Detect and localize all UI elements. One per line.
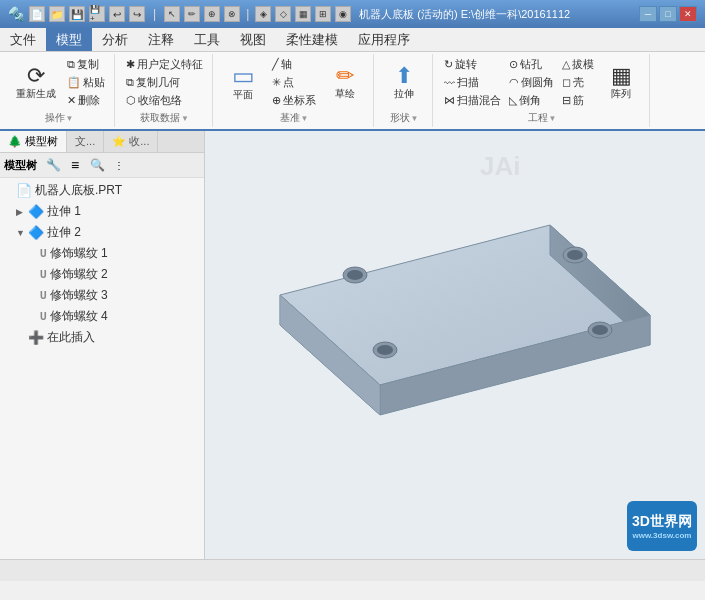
copy-geo-button[interactable]: ⧉ 复制几何 [123, 74, 206, 91]
logo-3d-main: 3D世界网 [632, 513, 692, 531]
menu-tools[interactable]: 工具 [184, 28, 230, 51]
pattern-button[interactable]: ▦ 阵列 [599, 61, 643, 105]
sketch-button[interactable]: ✏ 草绘 [323, 61, 367, 105]
menu-view[interactable]: 视图 [230, 28, 276, 51]
extrude-label: 拉伸 [394, 87, 414, 101]
rib-button[interactable]: ⊟ 筋 [559, 92, 597, 109]
plane-button[interactable]: ▭ 平面 [221, 60, 265, 106]
tree-extrude2-label: 拉伸 2 [47, 224, 81, 241]
status-bar [0, 559, 705, 581]
select-icon[interactable]: ↖ [164, 6, 180, 22]
menu-file[interactable]: 文件 [0, 28, 46, 51]
tab-model-tree[interactable]: 🌲 模型树 [0, 131, 67, 152]
viewport[interactable]: JAi [205, 131, 705, 559]
tool2-icon[interactable]: ⊗ [224, 6, 240, 22]
tree-search-button[interactable]: 🔍 [87, 155, 107, 175]
tree-extrude2[interactable]: ▼ 🔷 拉伸 2 [0, 222, 204, 243]
undo-icon[interactable]: ↩ [109, 6, 125, 22]
menu-model[interactable]: 模型 [46, 28, 92, 51]
tree-thread3[interactable]: U 修饰螺纹 3 [0, 285, 204, 306]
left-panel: 🌲 模型树 文... ⭐ 收... 模型树 🔧 ≡ 🔍 ⋮ 📄 机器人底板.PR… [0, 131, 205, 559]
tree-toolbar: 模型树 🔧 ≡ 🔍 ⋮ [0, 153, 204, 178]
coord-button[interactable]: ⊕ 坐标系 [269, 92, 319, 109]
sketch-icon[interactable]: ✏ [184, 6, 200, 22]
tree-thread2[interactable]: U 修饰螺纹 2 [0, 264, 204, 285]
tab-files[interactable]: 文... [67, 131, 104, 152]
collect-icon: ⭐ [112, 135, 126, 147]
plane-icon: ▭ [232, 64, 255, 88]
logo-3d-sub: www.3dsw.com [633, 531, 692, 540]
ribbon-content: ⟳ 重新生成 ⧉ 复制 📋 粘贴 ✕ 删除 操作 ✱ 用户定义特征 ⧉ 复制几何 [0, 52, 705, 129]
tree-root[interactable]: 📄 机器人底板.PRT [0, 180, 204, 201]
getdata-label: 获取数据 [140, 111, 189, 125]
menu-annotation[interactable]: 注释 [138, 28, 184, 51]
hole-button[interactable]: ⊙ 钻孔 [506, 56, 557, 73]
tree-extra-button[interactable]: ⋮ [109, 155, 129, 175]
tree-thread1[interactable]: U 修饰螺纹 1 [0, 243, 204, 264]
operations-label: 操作 [45, 111, 74, 125]
datum-label: 基准 [280, 111, 309, 125]
round-button[interactable]: ◠ 倒圆角 [506, 74, 557, 91]
open-icon[interactable]: 📁 [49, 6, 65, 22]
save-icon[interactable]: 💾 [69, 6, 85, 22]
menu-apps[interactable]: 应用程序 [348, 28, 420, 51]
datum-label-wrap: 基准 [280, 111, 309, 125]
point-icon: ✳ [272, 76, 281, 89]
revolve-button[interactable]: ↻ 旋转 [441, 56, 504, 73]
sweep-blend-button[interactable]: ⋈ 扫描混合 [441, 92, 504, 109]
sketch-draw-icon: ✏ [336, 65, 354, 87]
delete-button[interactable]: ✕ 删除 [64, 92, 108, 109]
rib-icon: ⊟ [562, 94, 571, 107]
tool1-icon[interactable]: ⊕ [204, 6, 220, 22]
copy-button[interactable]: ⧉ 复制 [64, 56, 108, 73]
shrink-wrap-button[interactable]: ⬡ 收缩包络 [123, 92, 206, 109]
shell-button[interactable]: ◻ 壳 [559, 74, 597, 91]
axis-button[interactable]: ╱ 轴 [269, 56, 319, 73]
maximize-button[interactable]: □ [659, 6, 677, 22]
svg-point-6 [347, 270, 363, 280]
menu-analysis[interactable]: 分析 [92, 28, 138, 51]
save-copy-icon[interactable]: 💾+ [89, 6, 105, 22]
view2-icon[interactable]: ◇ [275, 6, 291, 22]
model-tree: 📄 机器人底板.PRT ▶ 🔷 拉伸 1 ▼ 🔷 拉伸 2 U 修饰螺纹 1 U [0, 178, 204, 559]
operations-content: ⟳ 重新生成 ⧉ 复制 📋 粘贴 ✕ 删除 [10, 56, 108, 109]
extrude-button[interactable]: ⬆ 拉伸 [382, 61, 426, 105]
tree-thread2-label: 修饰螺纹 2 [50, 266, 108, 283]
sweep-button[interactable]: 〰 扫描 [441, 74, 504, 91]
close-button[interactable]: ✕ [679, 6, 697, 22]
tree-filter-button[interactable]: ≡ [65, 155, 85, 175]
extrude-tree-icon1: 🔷 [28, 204, 44, 219]
point-button[interactable]: ✳ 点 [269, 74, 319, 91]
menu-flexible[interactable]: 柔性建模 [276, 28, 348, 51]
regenerate-button[interactable]: ⟳ 重新生成 [10, 61, 62, 105]
tree-thread4[interactable]: U 修饰螺纹 4 [0, 306, 204, 327]
ribbon-group-getdata: ✱ 用户定义特征 ⧉ 复制几何 ⬡ 收缩包络 获取数据 [117, 54, 213, 127]
view4-icon[interactable]: ⊞ [315, 6, 331, 22]
user-feature-button[interactable]: ✱ 用户定义特征 [123, 56, 206, 73]
tree-settings-button[interactable]: 🔧 [43, 155, 63, 175]
engineering-label: 工程 [528, 111, 557, 125]
paste-button[interactable]: 📋 粘贴 [64, 74, 108, 91]
view1-icon[interactable]: ◈ [255, 6, 271, 22]
minimize-button[interactable]: ─ [639, 6, 657, 22]
redo-icon[interactable]: ↪ [129, 6, 145, 22]
paste-icon: 📋 [67, 76, 81, 89]
new-icon[interactable]: 📄 [29, 6, 45, 22]
main-area: 🌲 模型树 文... ⭐ 收... 模型树 🔧 ≡ 🔍 ⋮ 📄 机器人底板.PR… [0, 131, 705, 559]
plate-svg [240, 175, 670, 515]
tree-extrude1[interactable]: ▶ 🔷 拉伸 1 [0, 201, 204, 222]
tree-insert-here[interactable]: ➕ 在此插入 [0, 327, 204, 348]
user-feat-icon: ✱ [126, 58, 135, 71]
chamfer-button[interactable]: ◺ 倒角 [506, 92, 557, 109]
ribbon-group-operations: ⟳ 重新生成 ⧉ 复制 📋 粘贴 ✕ 删除 操作 [4, 54, 115, 127]
shrink-icon: ⬡ [126, 94, 136, 107]
view5-icon[interactable]: ◉ [335, 6, 351, 22]
tab-collect[interactable]: ⭐ 收... [104, 131, 158, 152]
pattern-label: 阵列 [611, 87, 631, 101]
eng-col2: ⊙ 钻孔 ◠ 倒圆角 ◺ 倒角 [506, 56, 557, 109]
coord-icon: ⊕ [272, 94, 281, 107]
tree-thread3-label: 修饰螺纹 3 [50, 287, 108, 304]
draft-button[interactable]: △ 拔模 [559, 56, 597, 73]
tree-extrude1-label: 拉伸 1 [47, 203, 81, 220]
view3-icon[interactable]: ▦ [295, 6, 311, 22]
